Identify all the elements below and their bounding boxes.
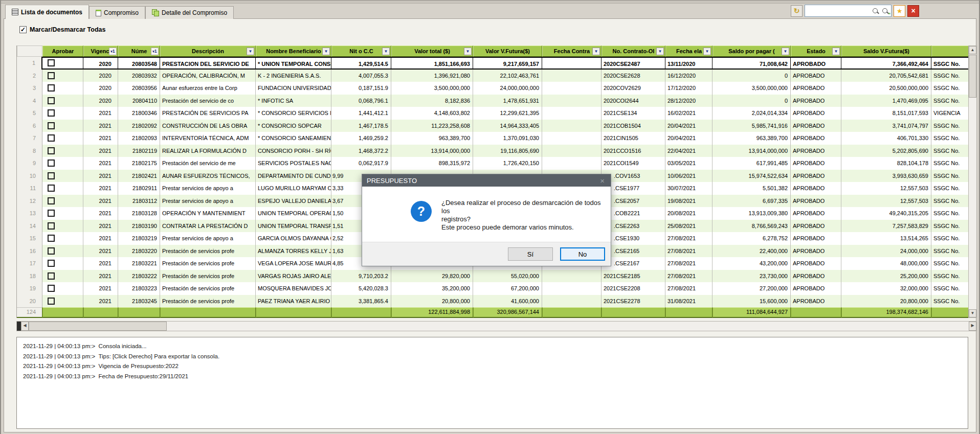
- scroll-up-icon[interactable]: ▲: [969, 46, 976, 54]
- filter-icon[interactable]: [322, 48, 330, 55]
- cell-numero: 20803548: [118, 57, 160, 70]
- scroll-left-icon[interactable]: ◀: [21, 322, 29, 331]
- header-estado[interactable]: Estado: [791, 45, 841, 57]
- table-row: 7 2021 21802093 INTERVENTORÍA TÉCNICA, A…: [17, 132, 968, 145]
- cell-estado: APROBADO: [791, 70, 841, 82]
- cell-vigencia: 2021: [83, 120, 118, 132]
- cell-ssgc: SSGC No.: [931, 195, 969, 208]
- search-next-icon[interactable]: »: [882, 8, 888, 14]
- cell-saldo-vfutura: 7,366,492,464: [841, 57, 931, 70]
- header-fecha-elaboracion[interactable]: Fecha ela: [665, 45, 712, 57]
- refresh-button[interactable]: ↻: [791, 5, 803, 17]
- header-descripcion[interactable]: Descripción: [160, 45, 256, 57]
- cell-valor-vfutura: 22,102,463,761: [473, 70, 542, 82]
- approve-checkbox[interactable]: [48, 247, 55, 255]
- cell-fecha-elaboracion: 13/11/2020: [665, 57, 712, 70]
- filter-icon[interactable]: [703, 48, 711, 55]
- approve-checkbox[interactable]: [48, 97, 55, 104]
- approve-checkbox[interactable]: [48, 159, 55, 167]
- search-icon[interactable]: [872, 8, 879, 14]
- scroll-right-icon[interactable]: ▶: [969, 322, 976, 331]
- approve-checkbox[interactable]: [48, 222, 55, 230]
- approve-checkbox[interactable]: [48, 272, 55, 280]
- approve-checkbox[interactable]: [48, 185, 55, 192]
- vertical-scroll-thumb[interactable]: [969, 55, 976, 98]
- cell-beneficiario: CONSORCIO PORH - SH RÍO BO: [256, 145, 331, 157]
- approve-checkbox[interactable]: [48, 197, 55, 204]
- vertical-scrollbar[interactable]: ▲ ▼: [968, 45, 977, 318]
- cell-descripcion: CONSTRUCCIÓN DE LAS OBRA: [160, 120, 256, 132]
- header-aprobar[interactable]: Aprobar: [42, 45, 83, 57]
- approve-checkbox[interactable]: [48, 109, 55, 117]
- tab-label: Compromiso: [104, 9, 139, 16]
- cell-beneficiario: GARCIA OLMOS DAYANNA GERA: [256, 232, 331, 245]
- horizontal-scrollbar[interactable]: ◀ ▶: [16, 321, 977, 331]
- dialog-footer: Sí No: [362, 242, 611, 266]
- approve-checkbox[interactable]: [48, 260, 55, 267]
- cell-fecha-elaboracion: 25/08/2021: [665, 220, 712, 233]
- no-button[interactable]: No: [560, 247, 605, 261]
- cell-valor-vfutura: 24,000,000,000: [473, 82, 542, 95]
- search-input[interactable]: [805, 6, 869, 16]
- close-button[interactable]: ×: [907, 5, 919, 17]
- cell-beneficiario: * CONSORCIO SOPCAR: [256, 120, 331, 132]
- console-line: 2021-11-29 | 04:00:13 pm:> Consola inici…: [23, 341, 968, 352]
- scroll-down-icon[interactable]: ▼: [969, 309, 976, 317]
- approve-checkbox[interactable]: [48, 285, 55, 292]
- select-all-checkbox[interactable]: Marcar/Desmarcar Todas: [19, 26, 105, 33]
- sort-order-icon[interactable]: 1: [151, 48, 159, 55]
- cell-saldo-vfutura: 12,557,503: [841, 195, 931, 208]
- dialog-close-icon[interactable]: ×: [600, 176, 605, 185]
- filter-icon[interactable]: [592, 48, 600, 55]
- header-valor-total[interactable]: Valor total ($): [391, 45, 473, 57]
- approve-checkbox[interactable]: [48, 59, 55, 66]
- approve-checkbox[interactable]: [48, 72, 55, 79]
- favorite-button[interactable]: ★: [894, 5, 905, 17]
- window-top-strip: [1, 1, 979, 4]
- grid-resize-handle[interactable]: [17, 322, 21, 331]
- approve-checkbox[interactable]: [48, 84, 55, 92]
- tab-lista-de-documentos[interactable]: Lista de documentos: [5, 5, 89, 19]
- filter-icon[interactable]: [656, 48, 664, 55]
- approve-checkbox[interactable]: [48, 147, 55, 154]
- cell-valor-total: 3,500,000,000: [391, 82, 473, 95]
- approve-checkbox[interactable]: [48, 210, 55, 217]
- approve-checkbox[interactable]: [48, 122, 55, 129]
- filter-icon[interactable]: [247, 48, 254, 55]
- filter-icon[interactable]: [382, 48, 390, 55]
- header-numero[interactable]: Núme1: [118, 45, 160, 57]
- tab-label: Lista de documentos: [21, 9, 82, 16]
- horizontal-scroll-track[interactable]: [167, 322, 969, 331]
- header-fecha-contrato[interactable]: Fecha Contra: [542, 45, 602, 57]
- cell-ssgc: SSGC No.: [931, 70, 969, 82]
- refresh-icon: ↻: [794, 7, 800, 15]
- yes-button[interactable]: Sí: [508, 247, 553, 261]
- header-valor-vfutura[interactable]: Valor V.Futura($): [473, 45, 542, 57]
- console-log[interactable]: 2021-11-29 | 04:00:13 pm:> Consola inici…: [16, 337, 968, 429]
- sort-order-icon[interactable]: 1: [109, 48, 117, 55]
- cell-saldo-vfutura: 5,202,805,690: [841, 145, 931, 157]
- cell-fecha-elaboracion: 30/07/2021: [665, 182, 712, 195]
- approve-checkbox[interactable]: [48, 298, 55, 305]
- header-beneficiario[interactable]: Nombre Beneficiario: [256, 45, 331, 57]
- dialog-titlebar: PRESUPUESTO ×: [362, 174, 611, 187]
- cell-vigencia: 2021: [83, 257, 118, 270]
- cell-valor-vfutura: 9,217,659,157: [473, 57, 542, 70]
- horizontal-scroll-thumb[interactable]: [29, 322, 167, 331]
- approve-checkbox[interactable]: [48, 134, 55, 142]
- filter-icon[interactable]: [832, 48, 840, 55]
- cell-vigencia: 2021: [83, 157, 118, 170]
- cell-saldo-por-pagar: 27,200,000: [712, 282, 791, 295]
- header-vigencia[interactable]: Vigenci1: [83, 45, 118, 57]
- header-saldo-por-pagar[interactable]: Saldo por pagar (: [712, 45, 791, 57]
- tab-detalle-del-compromiso[interactable]: Detalle del Compromiso: [145, 6, 234, 19]
- cell-vigencia: 2020: [83, 70, 118, 82]
- approve-checkbox[interactable]: [48, 172, 55, 179]
- filter-icon[interactable]: [782, 48, 789, 55]
- tab-compromiso[interactable]: Compromiso: [89, 6, 145, 19]
- approve-checkbox[interactable]: [48, 235, 55, 242]
- header-no-contrato[interactable]: No. Contrato-OI: [602, 45, 665, 57]
- filter-icon[interactable]: [464, 48, 472, 55]
- header-nit[interactable]: Nit o C.C: [331, 45, 391, 57]
- header-saldo-vfutura[interactable]: Saldo V.Futura($): [841, 45, 931, 57]
